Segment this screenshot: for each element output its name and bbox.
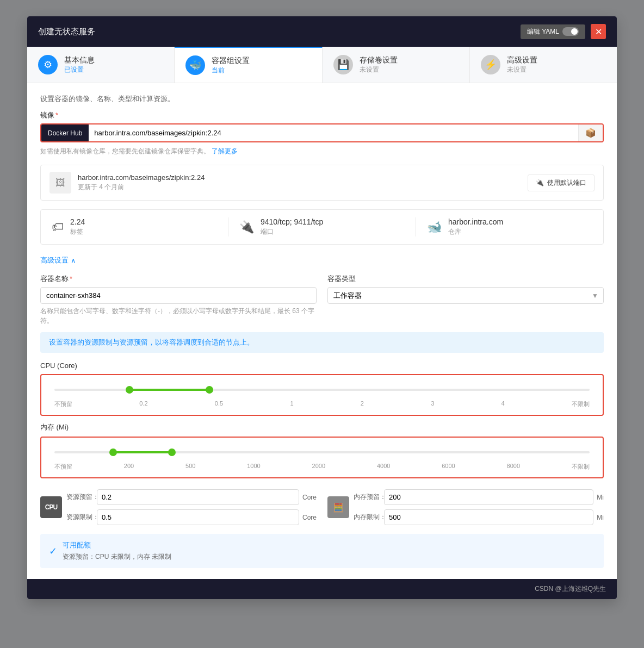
step-basic[interactable]: ⚙ 基本信息 已设置 xyxy=(27,47,175,83)
memory-input-group: 🧮 内存预留： Mi 内存限制： Mi xyxy=(327,489,604,525)
cpu-limit-label: 资源限制： xyxy=(66,513,94,522)
memory-slider-box: 不预留 200 500 1000 2000 4000 6000 8000 不限制 xyxy=(40,437,604,478)
step-basic-name: 基本信息 xyxy=(64,55,95,65)
mem-tick-4000: 4000 xyxy=(377,463,390,471)
advanced-settings-toggle[interactable]: 高级设置 ∧ xyxy=(40,256,604,265)
memory-thumb-right[interactable] xyxy=(168,448,176,456)
step-container-name: 容器组设置 xyxy=(212,56,250,66)
image-icon-button[interactable]: 📦 xyxy=(578,124,603,141)
modal-title: 创建无状态服务 xyxy=(38,27,95,37)
step-storage-status: 未设置 xyxy=(360,65,398,74)
meta-registry-label: 仓库 xyxy=(448,227,503,236)
image-card-time: 更新于 4 个月前 xyxy=(78,183,205,192)
yaml-toggle[interactable] xyxy=(562,27,579,36)
memory-slider-row xyxy=(54,444,590,460)
tag-icon: 🏷 xyxy=(52,220,64,234)
memory-reserve-unit: Mi xyxy=(597,494,604,501)
docker-hub-badge: Docker Hub xyxy=(41,124,89,141)
cpu-tick-05: 0.5 xyxy=(215,400,223,408)
cpu-reserve-unit: Core xyxy=(302,494,317,501)
cpu-limit-row: 资源限制： Core xyxy=(66,509,317,525)
cpu-slider-box: 不预留 0.2 0.5 1 2 3 4 不限制 xyxy=(40,374,604,416)
mem-tick-500: 500 xyxy=(185,463,195,471)
image-meta: 🏷 2.24 标签 🔌 9410/tcp; 9411/tcp 端口 🐋 xyxy=(40,209,604,245)
cpu-tick-4: 4 xyxy=(501,400,505,408)
meta-registry: 🐋 harbor.intra.com 仓库 xyxy=(427,217,592,236)
resource-hint-box: 设置容器的资源限制与资源预留，以将容器调度到合适的节点上。 xyxy=(40,332,604,353)
container-type-label: 容器类型 xyxy=(327,274,604,284)
mem-tick-200: 200 xyxy=(124,463,134,471)
memory-thumb-left[interactable] xyxy=(109,448,117,456)
image-tip-link[interactable]: 了解更多 xyxy=(212,147,238,155)
step-storage-icon: 💾 xyxy=(333,55,353,74)
memory-reserve-input[interactable] xyxy=(384,489,593,505)
cpu-reserve-input[interactable] xyxy=(97,489,299,505)
step-basic-status: 已设置 xyxy=(64,65,95,74)
memory-slider-section: 内存 (Mi) 不预留 200 500 1000 2000 xyxy=(40,422,604,478)
memory-reserve-label: 内存预留： xyxy=(354,493,381,502)
step-container[interactable]: 🐳 容器组设置 当前 xyxy=(175,47,322,83)
mem-tick-1000: 1000 xyxy=(247,463,260,471)
meta-registry-value: harbor.intra.com xyxy=(448,217,503,226)
quota-text: 资源预留：CPU 未限制，内存 未限制 xyxy=(63,552,171,562)
memory-reserve-row: 内存预留： Mi xyxy=(354,489,604,505)
memory-limit-unit: Mi xyxy=(597,514,604,521)
container-name-group: 容器名称* 名称只能包含小写字母、数字和连字符（-），必须以小写字母或数字开头和… xyxy=(40,274,317,326)
meta-tag: 🏷 2.24 标签 xyxy=(52,217,228,236)
image-tip: 如需使用私有镜像仓库，您需要先创建镜像仓库保密字典。 了解更多 xyxy=(40,147,604,156)
close-button[interactable]: ✕ xyxy=(591,24,606,39)
cpu-tick-2: 2 xyxy=(361,400,364,408)
yaml-button[interactable]: 编辑 YAML xyxy=(521,24,585,39)
mem-tick-0: 不预留 xyxy=(54,463,72,471)
cpu-input-group: CPU 资源预留： Core 资源限制： Core xyxy=(40,489,317,525)
footer-brand: CSDN @上海运维Q先生 xyxy=(535,584,606,594)
meta-port-value: 9410/tcp; 9411/tcp xyxy=(261,217,323,226)
cpu-thumb-right[interactable] xyxy=(206,386,213,394)
memory-slider-label: 内存 (Mi) xyxy=(40,422,604,432)
cpu-limit-unit: Core xyxy=(302,514,317,521)
port-icon: 🔌 xyxy=(239,220,254,234)
cpu-thumb-left[interactable] xyxy=(126,386,133,394)
container-type-select[interactable]: 工作容器 初始化容器 xyxy=(327,287,604,304)
cpu-reserve-label: 资源预留： xyxy=(66,493,94,502)
meta-tag-label: 标签 xyxy=(70,227,85,236)
image-input[interactable] xyxy=(89,124,578,141)
image-card-name: harbor.intra.com/baseimages/zipkin:2.24 xyxy=(78,173,205,182)
step-advanced[interactable]: ⚡ 高级设置 未设置 xyxy=(470,47,617,83)
cpu-limit-input[interactable] xyxy=(97,509,299,525)
modal-footer: CSDN @上海运维Q先生 xyxy=(27,579,617,599)
steps-bar: ⚙ 基本信息 已设置 🐳 容器组设置 当前 💾 存储卷设置 未设置 xyxy=(27,47,617,83)
container-name-hint: 名称只能包含小写字母、数字和连字符（-），必须以小写字母或数字开头和结尾，最长 … xyxy=(40,306,317,326)
mem-tick-unlimited: 不限制 xyxy=(572,463,590,471)
cpu-tick-02: 0.2 xyxy=(139,400,147,408)
mem-tick-8000: 8000 xyxy=(507,463,520,471)
modal-content: 设置容器的镜像、名称、类型和计算资源。 镜像* Docker Hub 📦 如需使… xyxy=(27,83,617,579)
use-default-port-button[interactable]: 🔌 使用默认端口 xyxy=(528,175,595,191)
step-storage[interactable]: 💾 存储卷设置 未设置 xyxy=(323,47,470,83)
step-advanced-name: 高级设置 xyxy=(507,55,537,65)
cpu-track-fill xyxy=(129,389,210,391)
step-container-status: 当前 xyxy=(212,66,250,75)
cpu-tick-3: 3 xyxy=(431,400,434,408)
cpu-slider-row xyxy=(54,382,590,398)
image-card-left: 🖼 harbor.intra.com/baseimages/zipkin:2.2… xyxy=(49,172,205,194)
container-name-input[interactable] xyxy=(40,287,317,304)
memory-limit-label: 内存限制： xyxy=(354,513,381,522)
mem-tick-2000: 2000 xyxy=(312,463,325,471)
image-input-row: Docker Hub 📦 xyxy=(40,123,604,142)
quota-title: 可用配额 xyxy=(63,540,171,550)
step-storage-name: 存储卷设置 xyxy=(360,55,398,65)
resource-inputs-section: CPU 资源预留： Core 资源限制： Core xyxy=(40,489,604,525)
resource-hint-text: 设置容器的资源限制与资源预留，以将容器调度到合适的节点上。 xyxy=(49,338,254,346)
cpu-fields: 资源预留： Core 资源限制： Core xyxy=(66,489,317,525)
step-basic-icon: ⚙ xyxy=(38,55,58,74)
container-type-select-wrapper: 工作容器 初始化容器 ▼ xyxy=(327,287,604,304)
section-description: 设置容器的镜像、名称、类型和计算资源。 xyxy=(40,94,604,104)
memory-limit-input[interactable] xyxy=(384,509,593,525)
quota-section: ✓ 可用配额 资源预留：CPU 未限制，内存 未限制 xyxy=(40,534,604,568)
image-label: 镜像* xyxy=(40,110,604,120)
cpu-tick-1: 1 xyxy=(290,400,293,408)
cpu-tick-unlimited: 不限制 xyxy=(572,400,590,408)
registry-icon: 🐋 xyxy=(427,220,442,234)
memory-limit-row: 内存限制： Mi xyxy=(354,509,604,525)
